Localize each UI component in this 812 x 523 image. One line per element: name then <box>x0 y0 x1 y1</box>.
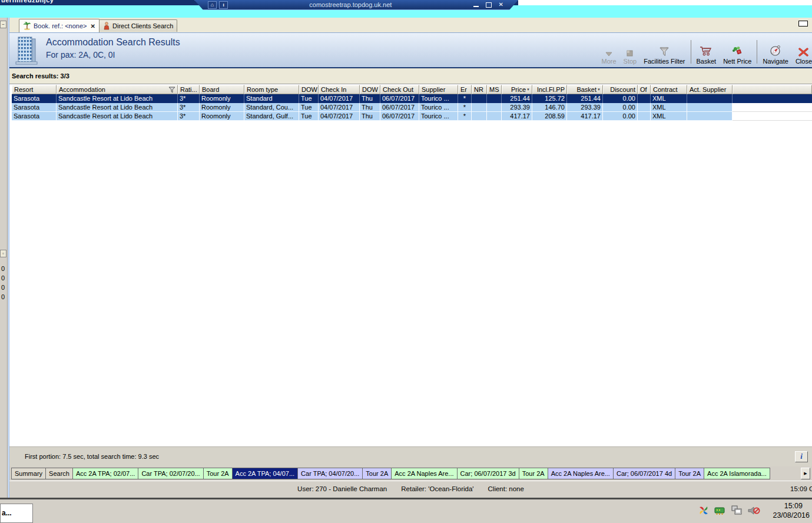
network-computers-icon[interactable] <box>731 505 743 516</box>
table-cell: Standard <box>244 94 299 103</box>
table-cell: 3* <box>178 103 200 112</box>
column-header-dow[interactable]: DOW <box>360 85 380 94</box>
column-header-of[interactable]: Of <box>638 85 651 94</box>
column-header-room-type[interactable]: Room type <box>244 85 299 94</box>
column-header-supplier[interactable]: Supplier <box>419 85 458 94</box>
bottom-tab-car-tpa-02-07-20[interactable]: Car TPA; 02/07/20... <box>138 468 203 479</box>
sort-desc-icon: ▼ <box>597 85 601 94</box>
bottom-tab-acc-2a-naples-are[interactable]: Acc 2A Naples Are... <box>548 468 614 479</box>
column-header-price[interactable]: Price▼ <box>502 85 532 94</box>
tab-close-icon[interactable] <box>91 23 95 29</box>
results-count-label: Search results: 3/3 <box>12 72 69 80</box>
bottom-tab-tour-2a[interactable]: Tour 2A <box>675 468 704 479</box>
bottom-tab-car-06-07-2017-3d[interactable]: Car; 06/07/2017 3d <box>457 468 519 479</box>
facilities-filter-button[interactable]: Facilities Filter <box>640 45 688 65</box>
stop-button[interactable]: Stop <box>620 45 641 65</box>
bottom-tab-car-06-07-2017-4d[interactable]: Car; 06/07/2017 4d <box>613 468 675 479</box>
dock-value: 0 <box>1 265 5 272</box>
column-header-check-out[interactable]: Check Out <box>380 85 419 94</box>
bottom-tab-car-tpa-04-07-20[interactable]: Car TPA; 04/07/20... <box>297 468 363 479</box>
table-cell: 0.00 <box>603 112 638 121</box>
bottom-tab-search[interactable]: Search <box>45 468 73 479</box>
bottom-tab-acc-2a-islamorada[interactable]: Acc 2A Islamorada... <box>704 468 770 479</box>
filter-funnel-icon[interactable] <box>168 87 175 93</box>
column-header-resort[interactable]: Resort <box>12 85 57 94</box>
bottom-tab-tour-2a[interactable]: Tour 2A <box>519 468 548 479</box>
table-row[interactable]: SarasotaSandcastle Resort at Lido Beach3… <box>12 112 812 121</box>
table-cell <box>638 112 651 121</box>
dock-value: 0 <box>1 293 5 300</box>
column-header-basket[interactable]: Basket▼ <box>567 85 603 94</box>
table-cell: 06/07/2017 <box>380 103 419 112</box>
panel-restore-icon[interactable] <box>798 21 808 27</box>
table-cell: * <box>458 103 472 112</box>
table-cell: XML <box>651 94 687 103</box>
tab-direct-clients-search[interactable]: Direct Clients Search <box>99 19 177 32</box>
column-header-label: Act. Supplier <box>690 85 726 94</box>
close-button[interactable]: Close <box>792 45 812 65</box>
home-icon[interactable] <box>208 1 217 9</box>
row-filler <box>733 94 812 103</box>
status-retailer: Retailer: 'Ocean-Florida' <box>401 485 473 492</box>
funnel-icon <box>659 45 670 57</box>
nett-price-button[interactable]: Nett Price <box>720 45 755 65</box>
dock-panel-button[interactable] <box>0 250 6 257</box>
antivirus-icon[interactable] <box>698 505 710 517</box>
table-cell: 0.00 <box>603 94 638 103</box>
bottom-tab-tour-2a[interactable]: Tour 2A <box>203 468 233 479</box>
column-header-rati-[interactable]: Rati... <box>178 85 200 94</box>
tab-booking-ref[interactable]: Book. ref.: <none> <box>19 19 100 32</box>
table-cell: * <box>458 94 472 103</box>
column-header-incl-fl-pp[interactable]: Incl.Fl.PP <box>532 85 567 94</box>
dock-collapse-button[interactable] <box>0 21 6 28</box>
table-cell: 125.72 <box>532 94 567 103</box>
table-row[interactable]: SarasotaSandcastle Resort at Lido Beach3… <box>12 103 812 112</box>
bottom-tab-tour-2a[interactable]: Tour 2A <box>362 468 392 479</box>
bottom-tab-summary[interactable]: Summary <box>11 468 46 479</box>
volume-muted-icon[interactable] <box>747 505 760 516</box>
info-button[interactable]: i <box>795 451 808 462</box>
restore-icon[interactable] <box>486 2 492 8</box>
table-cell <box>487 94 502 103</box>
stop-icon <box>627 45 633 57</box>
taskbar-clock[interactable]: 15:09 23/08/2016 <box>773 501 810 520</box>
table-cell: 293.39 <box>567 103 603 112</box>
navigate-button[interactable]: Navigate <box>759 45 791 65</box>
remote-connection-bar: comostreetrap.topdog.uk.net <box>194 0 518 10</box>
table-row[interactable]: SarasotaSandcastle Resort at Lido Beach3… <box>12 94 812 103</box>
bottom-tab-acc-2a-naples-are[interactable]: Acc 2A Naples Are... <box>391 468 457 479</box>
column-header-er[interactable]: Er <box>458 85 472 94</box>
column-header-act-supplier[interactable]: Act. Supplier <box>687 85 733 94</box>
toolbar-separator <box>691 40 691 64</box>
tab-label: Book. ref.: <none> <box>34 22 87 29</box>
close-icon[interactable] <box>499 2 503 8</box>
bottom-tab-acc-2a-tpa-02-07[interactable]: Acc 2A TPA; 02/07... <box>72 468 138 479</box>
table-cell: 417.17 <box>502 112 532 121</box>
bottom-tab-acc-2a-tpa-04-07[interactable]: Acc 2A TPA; 04/07... <box>232 468 298 479</box>
table-cell: Tue <box>299 103 319 112</box>
table-cell <box>687 112 733 121</box>
basket-button[interactable]: Basket <box>693 45 720 65</box>
column-header-check-in[interactable]: Check In <box>319 85 360 94</box>
column-header-accommodation[interactable]: Accommodation <box>57 85 178 94</box>
column-header-label: Price <box>511 85 526 94</box>
column-header-board[interactable]: Board <box>200 85 244 94</box>
taskbar-window-button[interactable]: a... <box>0 504 33 523</box>
network-adapter-icon[interactable] <box>714 506 726 515</box>
table-cell: 04/07/2017 <box>319 103 360 112</box>
info-icon[interactable] <box>219 1 228 9</box>
tab-scroll-right-icon[interactable] <box>801 468 810 479</box>
more-button[interactable]: More <box>598 45 620 65</box>
minimize-icon[interactable] <box>473 6 479 7</box>
column-header-label: Accommodation <box>59 85 105 94</box>
column-header-dow[interactable]: DOW <box>299 85 319 94</box>
page-header-banner: Accommodation Search Results For pax: 2A… <box>9 32 812 68</box>
compass-icon <box>770 45 781 57</box>
column-header-ms[interactable]: MS <box>487 85 502 94</box>
column-header-contract[interactable]: Contract <box>651 85 687 94</box>
bottom-tab-strip: SummarySearchAcc 2A TPA; 02/07...Car TPA… <box>9 466 812 481</box>
column-header-discount[interactable]: Discount <box>603 85 638 94</box>
column-header-nr[interactable]: NR <box>472 85 487 94</box>
table-cell: Standard, Cou... <box>244 103 299 112</box>
table-cell: 04/07/2017 <box>319 94 360 103</box>
